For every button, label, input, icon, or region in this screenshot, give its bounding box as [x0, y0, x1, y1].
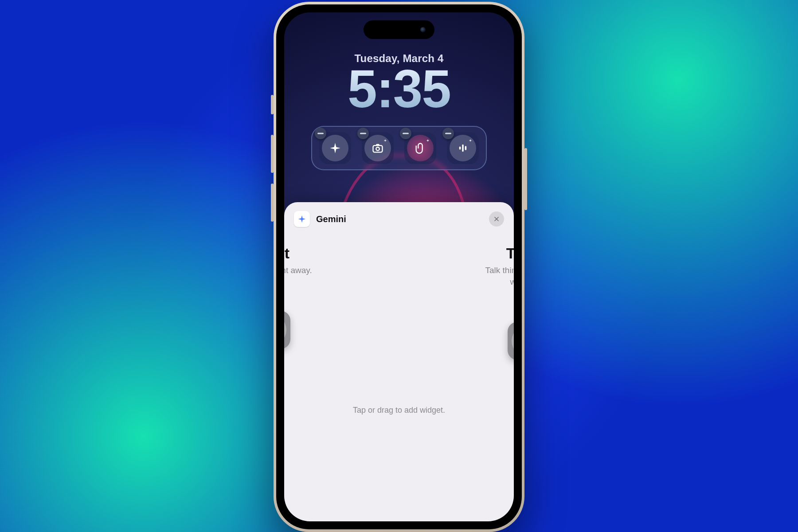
widget-preview-tile[interactable] — [508, 322, 514, 360]
iphone-bezel: Tuesday, March 4 5:35 — [276, 4, 522, 529]
sparkle-badge-icon — [469, 139, 472, 142]
sheet-app-name: Gemini — [316, 214, 346, 224]
close-button[interactable] — [489, 211, 504, 227]
svg-rect-0 — [373, 145, 383, 152]
lockscreen-time: 5:35 — [284, 62, 514, 115]
widget-card-subtitle: Talk things through, or with Gen — [440, 265, 514, 287]
lockscreen-widget-sparkle[interactable] — [319, 132, 351, 164]
widget-card-title: ompt — [284, 245, 358, 262]
sparkle-icon — [329, 142, 341, 154]
phone-button-silent — [271, 95, 274, 114]
sparkle-badge-icon — [426, 139, 430, 142]
phone-button-volume-up — [271, 135, 274, 173]
sheet-hint-text: Tap or drag to add widget. — [284, 406, 514, 415]
remove-widget-button[interactable] — [315, 128, 326, 139]
widget-card-talk-live[interactable]: Talk L Talk things through, or with Gen — [440, 245, 514, 360]
widget-card-title: Talk L — [440, 245, 514, 262]
lockscreen-widget-camera[interactable] — [362, 132, 394, 164]
remove-widget-button[interactable] — [357, 128, 369, 139]
widget-card-prompt[interactable]: ompt e anything right away. — [284, 245, 358, 349]
svg-point-1 — [376, 147, 379, 150]
widget-preview-tile[interactable] — [284, 311, 290, 349]
camera-icon — [372, 142, 384, 154]
svg-rect-4 — [465, 146, 467, 150]
close-icon — [493, 215, 500, 223]
paperclip-icon — [414, 142, 426, 154]
lockscreen-widget-voice[interactable] — [447, 132, 479, 164]
phone-button-volume-down — [271, 184, 274, 222]
iphone-frame: Tuesday, March 4 5:35 — [274, 2, 524, 532]
svg-rect-2 — [459, 147, 461, 150]
lockscreen-widget-attach[interactable] — [404, 132, 436, 164]
widget-cards-carousel[interactable]: ompt e anything right away. Talk L — [284, 245, 514, 387]
svg-rect-3 — [462, 145, 464, 152]
remove-widget-button[interactable] — [442, 128, 454, 139]
widget-card-subtitle: e anything right away. — [284, 265, 358, 276]
widget-gallery-sheet: Gemini ompt e anything right away. — [284, 202, 514, 521]
gemini-app-icon — [294, 211, 310, 227]
iphone-screen: Tuesday, March 4 5:35 — [284, 12, 514, 521]
dynamic-island — [364, 20, 434, 39]
voice-bars-icon — [457, 142, 469, 154]
sheet-header: Gemini — [284, 202, 514, 231]
sparkle-badge-icon — [383, 139, 387, 142]
phone-button-power — [524, 148, 527, 210]
remove-widget-button[interactable] — [400, 128, 411, 139]
lockscreen-widget-row[interactable] — [311, 126, 487, 170]
